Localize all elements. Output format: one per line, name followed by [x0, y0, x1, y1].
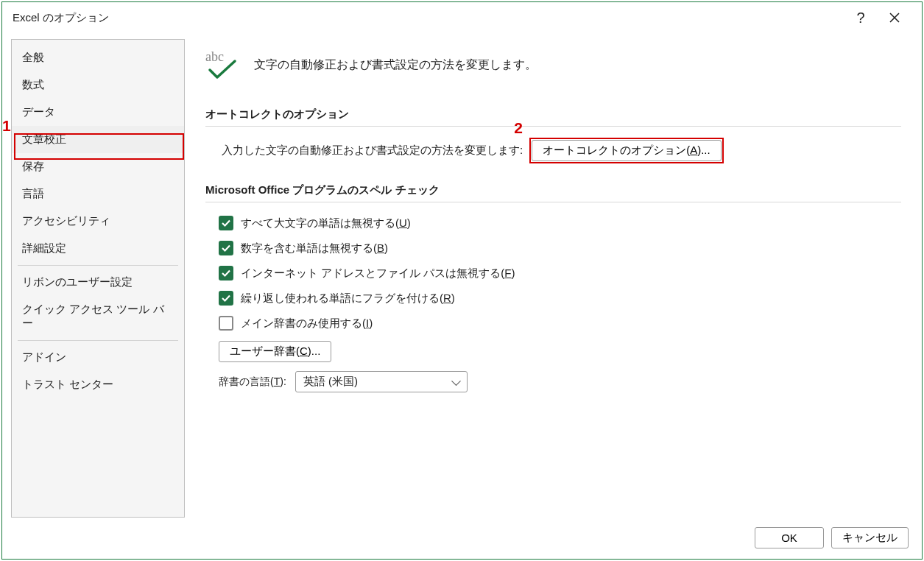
checkbox-flag-repeated[interactable]: [219, 291, 233, 306]
options-dialog: Excel のオプション ? 全般 数式 データ 文章校正 保存 言語 アクセシ…: [1, 1, 923, 560]
sidebar-item-addins[interactable]: アドイン: [12, 344, 184, 371]
sidebar-item-proofing[interactable]: 文章校正: [12, 126, 184, 153]
checkbox-label: インターネット アドレスとファイル パスは無視する(F): [241, 267, 515, 280]
sidebar-item-label: 詳細設定: [22, 241, 66, 254]
select-value: 英語 (米国): [303, 375, 358, 389]
checkbox-label: 数字を含む単語は無視する(B): [241, 241, 388, 255]
checkbox-ignore-numbers[interactable]: [219, 241, 233, 255]
sidebar: 全般 数式 データ 文章校正 保存 言語 アクセシビリティ 詳細設定 リボンのユ…: [11, 39, 185, 518]
section-separator: [205, 202, 901, 202]
close-icon[interactable]: [878, 2, 911, 33]
sidebar-item-label: 文章校正: [22, 133, 66, 145]
svg-text:abc: abc: [205, 49, 224, 64]
sidebar-item-label: データ: [22, 105, 55, 118]
proofing-abc-icon: abc: [205, 48, 242, 82]
sidebar-item-trust-center[interactable]: トラスト センター: [12, 371, 184, 398]
checkbox-ignore-uppercase[interactable]: [219, 216, 233, 230]
sidebar-item-advanced[interactable]: 詳細設定: [12, 235, 184, 262]
sidebar-item-label: アドイン: [22, 350, 66, 363]
sidebar-item-save[interactable]: 保存: [12, 153, 184, 180]
checkbox-main-dict-only[interactable]: [219, 316, 233, 331]
sidebar-item-ribbon[interactable]: リボンのユーザー設定: [12, 269, 184, 296]
sidebar-item-general[interactable]: 全般: [12, 44, 184, 71]
user-dictionary-button[interactable]: ユーザー辞書(C)...: [219, 341, 331, 362]
sidebar-item-label: 保存: [22, 160, 44, 172]
dialog-footer: OK キャンセル: [755, 527, 909, 548]
section-title-autocorrect: オートコレクトのオプション: [205, 107, 901, 121]
titlebar: Excel のオプション ?: [2, 2, 922, 33]
sidebar-item-language[interactable]: 言語: [12, 180, 184, 208]
sidebar-item-label: 言語: [22, 187, 44, 200]
help-icon[interactable]: ?: [844, 2, 878, 33]
checkbox-label: メイン辞書のみ使用する(I): [241, 317, 373, 331]
header-description: 文字の自動修正および書式設定の方法を変更します。: [254, 57, 537, 73]
sidebar-item-data[interactable]: データ: [12, 99, 184, 126]
autocorrect-options-button[interactable]: オートコレクトのオプション(A)...: [532, 140, 722, 161]
autocorrect-row-label: 入力した文字の自動修正および書式設定の方法を変更します:: [222, 144, 523, 158]
main-panel: abc 文字の自動修正および書式設定の方法を変更します。 オートコレクトのオプシ…: [185, 39, 922, 559]
sidebar-item-label: トラスト センター: [22, 378, 113, 390]
sidebar-divider: [18, 265, 178, 266]
checkbox-label: 繰り返し使われる単語にフラグを付ける(R): [241, 292, 455, 306]
sidebar-item-label: 全般: [22, 51, 44, 63]
sidebar-item-label: 数式: [22, 78, 44, 91]
checkbox-ignore-urls[interactable]: [219, 266, 233, 280]
sidebar-divider: [18, 340, 178, 341]
annotation-label-2: 2: [514, 119, 523, 137]
dict-language-select[interactable]: 英語 (米国): [295, 371, 468, 392]
cancel-button[interactable]: キャンセル: [831, 527, 909, 548]
sidebar-item-label: クイック アクセス ツール バー: [22, 303, 164, 329]
sidebar-item-label: リボンのユーザー設定: [22, 275, 133, 288]
sidebar-item-accessibility[interactable]: アクセシビリティ: [12, 208, 184, 235]
dict-lang-label: 辞書の言語(T):: [219, 375, 286, 389]
annotation-label-1: 1: [2, 117, 11, 135]
ok-button[interactable]: OK: [755, 527, 824, 548]
dialog-title: Excel のオプション: [13, 11, 109, 25]
section-separator: [205, 126, 901, 127]
sidebar-item-qat[interactable]: クイック アクセス ツール バー: [12, 296, 184, 337]
section-title-spelling: Microsoft Office プログラムのスペル チェック: [205, 183, 901, 197]
sidebar-item-formulas[interactable]: 数式: [12, 71, 184, 99]
checkbox-label: すべて大文字の単語は無視する(U): [241, 216, 411, 230]
sidebar-item-label: アクセシビリティ: [22, 214, 110, 227]
